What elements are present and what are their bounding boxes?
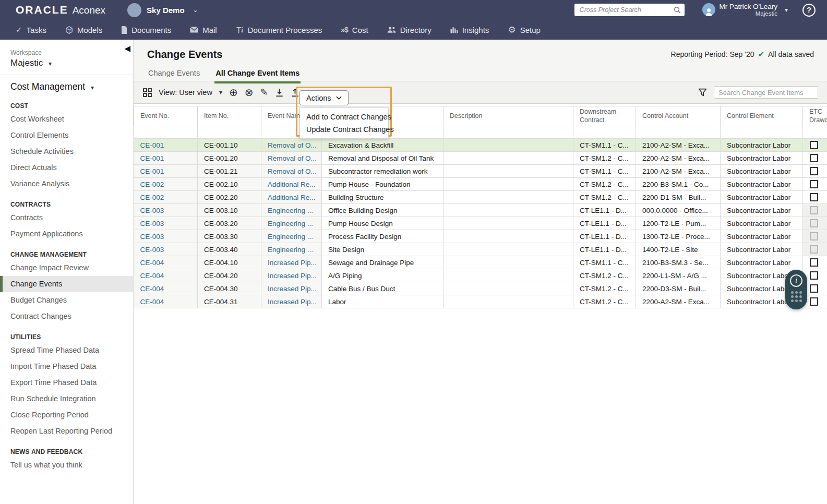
sidebar-item-budget-changes[interactable]: Budget Changes bbox=[0, 292, 133, 308]
sidebar-item-contracts[interactable]: Contracts bbox=[0, 210, 133, 226]
workspace-selector[interactable]: Majestic ▾ bbox=[10, 58, 123, 68]
sidebar-collapse-icon[interactable]: ◀ bbox=[124, 44, 130, 53]
menu-item-update-contract-changes[interactable]: Update Contract Changes bbox=[300, 123, 388, 136]
search-icon[interactable] bbox=[674, 6, 681, 16]
etc-drawdown-checkbox[interactable] bbox=[810, 167, 818, 175]
column-filter-cell[interactable] bbox=[721, 126, 803, 139]
link-engineering[interactable]: Engineering ... bbox=[268, 233, 313, 241]
sidebar-item-cost-worksheet[interactable]: Cost Worksheet bbox=[0, 111, 133, 127]
etc-drawdown-checkbox[interactable] bbox=[810, 180, 818, 188]
etc-drawdown-checkbox[interactable] bbox=[810, 154, 818, 162]
tab-change-events[interactable]: Change Events bbox=[147, 66, 201, 83]
column-filter-cell[interactable] bbox=[803, 126, 827, 139]
column-header-item-no[interactable]: Item No. bbox=[198, 106, 261, 126]
link-ce-003[interactable]: CE-003 bbox=[140, 207, 164, 214]
column-header-description[interactable]: Description bbox=[444, 106, 573, 126]
column-header-etc-drawd[interactable]: ETC Drawd bbox=[803, 106, 827, 126]
table-row-ce-001-10[interactable]: CE-001CE-001.10Removal of O...Excavation… bbox=[134, 139, 827, 152]
column-filter-cell[interactable] bbox=[444, 126, 573, 139]
add-row-icon[interactable]: ⊕ bbox=[229, 87, 238, 98]
etc-drawdown-checkbox[interactable] bbox=[810, 284, 818, 293]
apps-dots-icon[interactable] bbox=[791, 291, 802, 302]
link-removal-of-o[interactable]: Removal of O... bbox=[268, 154, 317, 162]
sidebar-item-schedule-activities[interactable]: Schedule Activities bbox=[0, 143, 133, 160]
table-row-ce-003-10[interactable]: CE-003CE-003.10Engineering ...Office Bui… bbox=[134, 204, 827, 217]
table-row-ce-001-21[interactable]: CE-001CE-001.21Removal of O...Subcontrac… bbox=[134, 165, 827, 178]
grid-search-input[interactable] bbox=[714, 86, 818, 99]
view-selector[interactable]: View: User view ▾ bbox=[159, 88, 222, 97]
table-row-ce-003-40[interactable]: CE-003CE-003.40Engineering ...Site Desig… bbox=[134, 243, 827, 256]
table-row-ce-002-20[interactable]: CE-002CE-002.20Additional Re...Building … bbox=[134, 191, 827, 204]
tab-all-change-event-items[interactable]: All Change Event Items bbox=[214, 66, 301, 83]
link-ce-001[interactable]: CE-001 bbox=[140, 154, 164, 162]
link-ce-004[interactable]: CE-004 bbox=[140, 272, 164, 280]
help-icon[interactable]: ? bbox=[802, 4, 816, 17]
table-row-ce-003-20[interactable]: CE-003CE-003.20Engineering ...Pump House… bbox=[134, 217, 827, 230]
link-additional-re[interactable]: Additional Re... bbox=[268, 181, 316, 188]
nav-item-models[interactable]: Models bbox=[65, 26, 102, 34]
nav-item-tasks[interactable]: ✓Tasks bbox=[16, 25, 46, 34]
table-row-ce-001-20[interactable]: CE-001CE-001.20Removal of O...Removal an… bbox=[134, 152, 827, 165]
column-filter-cell[interactable] bbox=[198, 126, 261, 139]
etc-drawdown-checkbox[interactable] bbox=[810, 297, 818, 306]
sidebar-item-export-time-phased-data[interactable]: Export Time Phased Data bbox=[0, 375, 133, 391]
link-increased-pip[interactable]: Increased Pip... bbox=[268, 259, 317, 267]
column-header-downstream-contract[interactable]: Downstream Contract bbox=[573, 106, 636, 126]
link-ce-001[interactable]: CE-001 bbox=[140, 167, 164, 175]
user-menu[interactable]: Mr Patrick O'Leary Majestic ▾ bbox=[702, 3, 788, 18]
table-row-ce-004-31[interactable]: CE-004CE-004.31Increased Pip...LaborCT-S… bbox=[134, 295, 827, 308]
link-ce-003[interactable]: CE-003 bbox=[140, 233, 164, 241]
actions-button[interactable]: Actions bbox=[299, 90, 349, 105]
nav-item-documents[interactable]: Documents bbox=[121, 26, 171, 34]
nav-item-insights[interactable]: Insights bbox=[450, 26, 489, 34]
table-row-ce-004-20[interactable]: CE-004CE-004.20Increased Pip...A/G Pipin… bbox=[134, 269, 827, 282]
edit-pencil-icon[interactable]: ✎ bbox=[260, 87, 268, 98]
nav-item-document-processes[interactable]: Document Processes bbox=[236, 26, 322, 34]
link-engineering[interactable]: Engineering ... bbox=[268, 220, 313, 227]
sidebar-item-change-events[interactable]: Change Events bbox=[0, 276, 133, 292]
sidebar-item-direct-actuals[interactable]: Direct Actuals bbox=[0, 160, 133, 176]
column-filter-cell[interactable] bbox=[636, 126, 721, 139]
sidebar-item-reopen-last-reporting-period[interactable]: Reopen Last Reporting Period bbox=[0, 423, 133, 439]
sidebar-item-close-reporting-period[interactable]: Close Reporting Period bbox=[0, 407, 133, 423]
sidebar-item-control-elements[interactable]: Control Elements bbox=[0, 127, 133, 143]
etc-drawdown-checkbox[interactable] bbox=[810, 193, 818, 201]
menu-item-add-to-contract-changes[interactable]: Add to Contract Changes bbox=[300, 111, 388, 123]
sidebar-item-payment-applications[interactable]: Payment Applications bbox=[0, 226, 133, 242]
column-header-control-account[interactable]: Control Account bbox=[636, 106, 721, 126]
grid-view-icon[interactable] bbox=[143, 88, 152, 97]
module-selector[interactable]: Cost Management ▾ bbox=[0, 75, 133, 93]
link-removal-of-o[interactable]: Removal of O... bbox=[268, 141, 317, 149]
link-removal-of-o[interactable]: Removal of O... bbox=[268, 167, 317, 175]
link-ce-003[interactable]: CE-003 bbox=[140, 246, 164, 254]
link-ce-003[interactable]: CE-003 bbox=[140, 220, 164, 227]
project-selector[interactable]: Sky Demo ⌄ bbox=[127, 3, 198, 17]
sidebar-item-spread-time-phased-data[interactable]: Spread Time Phased Data bbox=[0, 342, 133, 358]
link-ce-001[interactable]: CE-001 bbox=[140, 141, 164, 149]
link-increased-pip[interactable]: Increased Pip... bbox=[268, 298, 317, 306]
floating-assist-widget[interactable]: i bbox=[785, 270, 807, 309]
table-row-ce-003-30[interactable]: CE-003CE-003.30Engineering ...Process Fa… bbox=[134, 230, 827, 243]
link-ce-002[interactable]: CE-002 bbox=[140, 194, 164, 201]
etc-drawdown-checkbox[interactable] bbox=[810, 141, 818, 149]
sidebar-item-tell-us-what-you-think[interactable]: Tell us what you think bbox=[0, 457, 133, 473]
nav-item-setup[interactable]: ⚙Setup bbox=[508, 25, 540, 35]
column-filter-cell[interactable] bbox=[134, 126, 198, 139]
nav-item-cost[interactable]: »$Cost bbox=[341, 26, 368, 34]
sidebar-item-run-schedule-integration[interactable]: Run Schedule Integration bbox=[0, 391, 133, 407]
sidebar-item-contract-changes[interactable]: Contract Changes bbox=[0, 308, 133, 325]
link-increased-pip[interactable]: Increased Pip... bbox=[268, 272, 317, 280]
filter-funnel-icon[interactable] bbox=[698, 88, 707, 97]
sidebar-item-change-impact-review[interactable]: Change Impact Review bbox=[0, 260, 133, 276]
info-icon[interactable]: i bbox=[790, 274, 802, 287]
link-engineering[interactable]: Engineering ... bbox=[268, 246, 313, 254]
link-ce-004[interactable]: CE-004 bbox=[140, 285, 164, 293]
link-ce-004[interactable]: CE-004 bbox=[140, 298, 164, 306]
link-additional-re[interactable]: Additional Re... bbox=[268, 194, 316, 201]
download-icon[interactable] bbox=[275, 88, 284, 97]
nav-item-mail[interactable]: Mail bbox=[190, 26, 217, 34]
link-engineering[interactable]: Engineering ... bbox=[268, 207, 313, 214]
etc-drawdown-checkbox[interactable] bbox=[810, 271, 818, 280]
link-ce-004[interactable]: CE-004 bbox=[140, 259, 164, 267]
sidebar-item-variance-analysis[interactable]: Variance Analysis bbox=[0, 176, 133, 192]
